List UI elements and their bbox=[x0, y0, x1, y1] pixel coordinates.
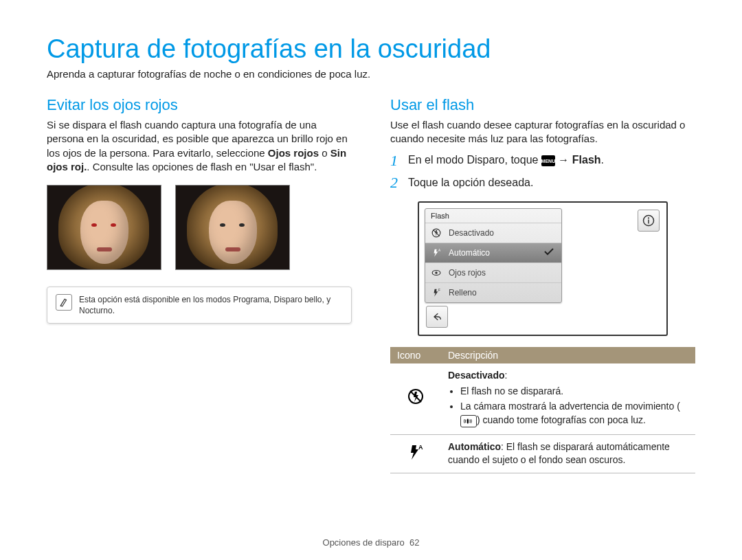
step-2: 2 Toque la opción deseada. bbox=[390, 174, 695, 192]
page-footer: Opciones de disparo 62 bbox=[0, 537, 742, 548]
flash-option-ojos-rojos[interactable]: Ojos rojos bbox=[425, 262, 561, 282]
para-left-bold1: Ojos rojos bbox=[268, 147, 319, 159]
flash-option-automatico[interactable]: A Automático bbox=[425, 243, 561, 262]
th-descripcion: Descripción bbox=[441, 347, 695, 363]
para-left-mid: o bbox=[319, 147, 330, 159]
table-row: Desactivado: El flash no se disparará. L… bbox=[390, 363, 695, 435]
example-photo-corrected bbox=[175, 185, 290, 270]
th-icono: Icono bbox=[390, 347, 441, 363]
note-box: Esta opción está disponible en los modos… bbox=[47, 287, 352, 324]
flash-option-desactivado[interactable]: Desactivado bbox=[425, 223, 561, 243]
heading-evitar-ojos-rojos: Evitar los ojos rojos bbox=[47, 96, 352, 114]
note-icon bbox=[56, 294, 72, 311]
step-1: 1 En el modo Disparo, toque MENU → Flash… bbox=[390, 152, 695, 170]
step1-post: . bbox=[601, 154, 604, 166]
svg-rect-8 bbox=[648, 219, 649, 223]
row1-colon: : bbox=[504, 370, 507, 381]
svg-point-4 bbox=[435, 271, 438, 274]
step1-bold: Flash bbox=[572, 154, 601, 166]
flash-option-label: Ojos rojos bbox=[449, 268, 486, 278]
paragraph-right: Use el flash cuando desee capturar fotog… bbox=[390, 118, 695, 146]
shake-warning-icon bbox=[460, 415, 477, 427]
flash-option-label: Automático bbox=[449, 248, 490, 258]
flash-menu: Flash Desactivado A Automático bbox=[425, 208, 562, 303]
flash-auto-icon: A bbox=[431, 247, 442, 258]
flash-menu-header: Flash bbox=[425, 209, 561, 223]
row-icon-flash-off bbox=[390, 363, 441, 435]
page-title: Captura de fotografías en la oscuridad bbox=[47, 34, 695, 64]
step2-text: Toque la opción deseada. bbox=[408, 177, 533, 189]
row1-bullet-1: El flash no se disparará. bbox=[460, 385, 688, 399]
step-1-number: 1 bbox=[390, 152, 401, 170]
flash-fill-icon: F bbox=[431, 287, 442, 298]
svg-text:F: F bbox=[438, 288, 440, 291]
flash-option-label: Desactivado bbox=[449, 228, 494, 238]
row2-title: Automático bbox=[448, 441, 501, 452]
flash-option-relleno[interactable]: F Relleno bbox=[425, 282, 561, 302]
step1-mid: → bbox=[558, 154, 572, 166]
red-eye-icon bbox=[431, 267, 442, 278]
footer-section-label: Opciones de disparo bbox=[323, 537, 405, 548]
back-button[interactable] bbox=[426, 306, 448, 328]
check-icon bbox=[543, 247, 554, 258]
step1-pre: En el modo Disparo, toque bbox=[408, 154, 541, 166]
svg-point-7 bbox=[648, 217, 649, 219]
flash-off-icon bbox=[431, 227, 442, 238]
para-left-post: . Consulte las opciones de flash en "Usa… bbox=[87, 161, 317, 172]
row1-bullet-2: La cámara mostrará la advertencia de mov… bbox=[460, 400, 688, 427]
example-photo-red-eye bbox=[47, 185, 161, 270]
camera-screen: Flash Desactivado A Automático bbox=[418, 201, 668, 336]
row1-title: Desactivado bbox=[448, 370, 504, 381]
svg-text:A: A bbox=[438, 248, 441, 251]
heading-usar-el-flash: Usar el flash bbox=[390, 96, 695, 114]
flash-description-table: Icono Descripción Desactivado: El flash … bbox=[390, 347, 695, 474]
right-column: Usar el flash Use el flash cuando desee … bbox=[390, 96, 695, 473]
step-2-number: 2 bbox=[390, 174, 401, 192]
paragraph-left: Si se dispara el flash cuando captura un… bbox=[47, 118, 352, 174]
row-icon-flash-auto: A bbox=[390, 434, 441, 473]
footer-page-number: 62 bbox=[409, 537, 419, 548]
table-row: A Automático: El flash se disparará auto… bbox=[390, 434, 695, 473]
info-button[interactable] bbox=[638, 210, 660, 232]
note-text: Esta opción está disponible en los modos… bbox=[79, 294, 343, 316]
left-column: Evitar los ojos rojos Si se dispara el f… bbox=[47, 96, 352, 473]
svg-text:A: A bbox=[418, 444, 423, 451]
flash-option-label: Relleno bbox=[449, 288, 477, 298]
example-photo-pair bbox=[47, 185, 352, 270]
page-subtitle: Aprenda a capturar fotografías de noche … bbox=[47, 68, 695, 80]
menu-icon: MENU bbox=[541, 155, 555, 166]
